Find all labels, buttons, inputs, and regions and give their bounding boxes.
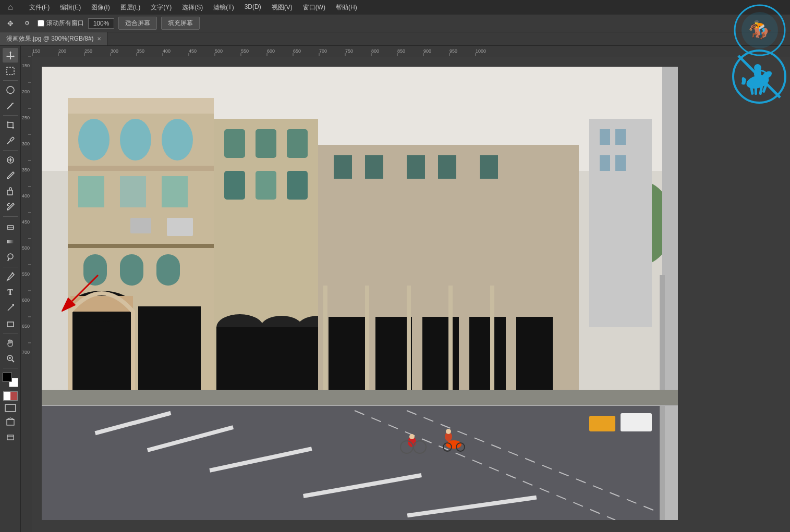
svg-rect-119 bbox=[287, 171, 308, 200]
svg-point-17 bbox=[8, 254, 13, 259]
svg-text:600: 600 bbox=[267, 48, 275, 54]
dodge-tool-btn[interactable] bbox=[3, 250, 18, 265]
photo-canvas bbox=[42, 67, 678, 522]
history-brush-tool-btn[interactable] bbox=[3, 200, 18, 214]
menu-help[interactable]: 帮助(H) bbox=[332, 2, 361, 13]
svg-text:500: 500 bbox=[22, 245, 30, 251]
eraser-tool-btn[interactable] bbox=[3, 219, 18, 233]
svg-text:400: 400 bbox=[22, 193, 30, 199]
svg-rect-166 bbox=[600, 155, 610, 171]
marquee-tool-btn[interactable] bbox=[3, 64, 18, 78]
svg-rect-130 bbox=[438, 155, 456, 179]
svg-rect-28 bbox=[7, 435, 14, 440]
svg-rect-108 bbox=[156, 254, 180, 286]
svg-rect-165 bbox=[615, 129, 626, 145]
color-swatches bbox=[3, 373, 18, 387]
menu-3d[interactable]: 3D(D) bbox=[240, 2, 265, 13]
scroll-all-windows-wrap: 滚动所有窗口 bbox=[38, 19, 84, 28]
svg-text:250: 250 bbox=[22, 115, 30, 120]
canvas-wrapper[interactable]: /* ticks drawn via JS below */ 150 200 2… bbox=[21, 46, 790, 532]
shape-tool-btn[interactable] bbox=[3, 316, 18, 331]
brush-tool-btn[interactable] bbox=[3, 168, 18, 183]
crop-tool-btn[interactable] bbox=[3, 118, 18, 132]
toolbox: T bbox=[0, 46, 21, 532]
svg-rect-104 bbox=[167, 218, 193, 236]
ruler-horizontal: /* ticks drawn via JS below */ 150 200 2… bbox=[31, 46, 790, 56]
doc-tab[interactable]: 漫画效果.jpg @ 300%(RGB/8#) ✕ bbox=[0, 32, 108, 45]
pen-tool-btn[interactable] bbox=[3, 269, 18, 284]
svg-rect-97 bbox=[120, 119, 151, 160]
svg-rect-26 bbox=[7, 419, 14, 425]
3d-view-btn[interactable] bbox=[3, 414, 18, 429]
zoom-tool-btn[interactable] bbox=[3, 351, 18, 366]
tool-separator-2 bbox=[3, 115, 18, 116]
svg-line-5 bbox=[7, 104, 12, 109]
svg-point-19 bbox=[11, 273, 13, 274]
hand-tool-btn[interactable] bbox=[3, 336, 18, 350]
menu-filter[interactable]: 滤镜(T) bbox=[209, 2, 238, 13]
foreground-color-swatch[interactable] bbox=[3, 373, 12, 382]
svg-text:950: 950 bbox=[449, 48, 457, 54]
tool-separator-3 bbox=[3, 150, 18, 151]
move-tool-btn[interactable] bbox=[3, 48, 18, 63]
svg-text:300: 300 bbox=[22, 141, 30, 146]
svg-text:650: 650 bbox=[22, 324, 30, 329]
text-tool-btn[interactable]: T bbox=[3, 285, 18, 300]
fill-screen-button[interactable]: 填充屏幕 bbox=[161, 17, 200, 30]
svg-text:450: 450 bbox=[189, 48, 197, 54]
svg-rect-164 bbox=[600, 129, 610, 145]
svg-text:400: 400 bbox=[163, 48, 171, 54]
svg-rect-101 bbox=[120, 176, 146, 207]
ruler-vertical: 150 200 250 300 350 400 450 500 bbox=[21, 46, 31, 532]
quick-access-btn[interactable] bbox=[3, 430, 18, 444]
svg-marker-27 bbox=[7, 418, 14, 419]
clone-tool-btn[interactable] bbox=[3, 184, 18, 199]
fit-screen-button[interactable]: 适合屏幕 bbox=[118, 17, 157, 30]
menu-select[interactable]: 选择(S) bbox=[178, 2, 207, 13]
path-selection-tool-btn[interactable] bbox=[3, 301, 18, 315]
menu-view[interactable]: 视图(V) bbox=[268, 2, 297, 13]
canvas-area[interactable] bbox=[31, 56, 790, 532]
svg-line-9 bbox=[7, 141, 10, 144]
scroll-all-windows-checkbox[interactable] bbox=[38, 20, 44, 27]
svg-rect-170 bbox=[42, 390, 678, 405]
svg-rect-115 bbox=[256, 129, 276, 158]
menu-layer[interactable]: 图层(L) bbox=[116, 2, 145, 13]
svg-rect-13 bbox=[7, 190, 13, 195]
svg-text:650: 650 bbox=[293, 48, 301, 54]
home-button[interactable]: ⌂ bbox=[4, 1, 17, 14]
options-icon: ⚙ bbox=[21, 17, 33, 30]
svg-text:350: 350 bbox=[137, 48, 144, 54]
svg-text:500: 500 bbox=[215, 48, 223, 54]
screen-mode-area bbox=[5, 404, 16, 412]
zoom-input[interactable] bbox=[88, 18, 114, 29]
svg-rect-117 bbox=[224, 171, 245, 200]
eyedropper-tool-btn[interactable] bbox=[3, 133, 18, 148]
healing-tool-btn[interactable] bbox=[3, 153, 18, 167]
tool-separator-4 bbox=[3, 216, 18, 217]
lasso-tool-btn[interactable] bbox=[3, 83, 18, 97]
magic-wand-tool-btn[interactable] bbox=[3, 98, 18, 113]
menu-bar: 文件(F) 编辑(E) 图像(I) 图层(L) 文字(Y) 选择(S) 滤镜(T… bbox=[25, 2, 361, 13]
svg-point-151 bbox=[409, 434, 415, 439]
main-area: T bbox=[0, 46, 790, 532]
menu-edit[interactable]: 编辑(E) bbox=[56, 2, 85, 13]
svg-rect-128 bbox=[365, 155, 383, 179]
options-bar: ✥ ⚙ 滚动所有窗口 适合屏幕 填充屏幕 bbox=[0, 15, 790, 32]
gradient-tool-btn[interactable] bbox=[3, 234, 18, 249]
svg-rect-127 bbox=[334, 155, 352, 179]
menu-window[interactable]: 窗口(W) bbox=[299, 2, 330, 13]
quick-mask-button[interactable] bbox=[3, 391, 18, 401]
svg-point-156 bbox=[446, 440, 461, 449]
close-tab-button[interactable]: ✕ bbox=[97, 36, 101, 42]
scroll-all-windows-label: 滚动所有窗口 bbox=[46, 19, 84, 28]
svg-text:550: 550 bbox=[22, 271, 30, 277]
menu-image[interactable]: 图像(I) bbox=[87, 2, 114, 13]
svg-point-7 bbox=[13, 103, 14, 104]
menu-text[interactable]: 文字(Y) bbox=[147, 2, 176, 13]
menu-file[interactable]: 文件(F) bbox=[25, 2, 54, 13]
tool-separator-1 bbox=[3, 80, 18, 81]
svg-text:800: 800 bbox=[371, 48, 379, 54]
screen-mode-button[interactable] bbox=[5, 404, 16, 412]
svg-text:150: 150 bbox=[22, 63, 30, 68]
